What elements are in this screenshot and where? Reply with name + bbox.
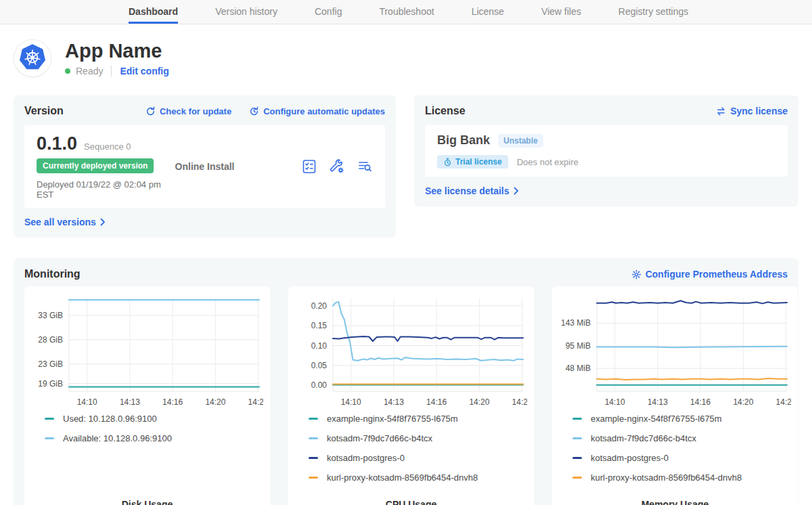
legend-item: example-nginx-54f8f76755-l675m <box>309 414 527 424</box>
chart-legend: Used: 10.128.0.96:9100Available: 10.128.… <box>45 414 263 443</box>
svg-text:33 GiB: 33 GiB <box>38 311 63 320</box>
svg-text:0.10: 0.10 <box>311 341 328 351</box>
legend-item: Available: 10.128.0.96:9100 <box>45 433 263 443</box>
svg-text:14:23: 14:23 <box>512 397 527 407</box>
chart-card-disk-usage: 19 GiB23 GiB28 GiB33 GiB14:1014:1314:161… <box>24 286 270 505</box>
sync-arrows-icon <box>716 106 726 116</box>
license-name: Big Bank <box>437 133 490 148</box>
app-status: Ready <box>76 66 103 76</box>
chevron-right-icon <box>514 187 519 195</box>
chart-card-memory-usage: 48 MiB95 MiB143 MiB14:1014:1314:1614:201… <box>552 286 798 505</box>
tab-view-files[interactable]: View files <box>541 0 581 24</box>
chart-legend: example-nginx-54f8f76755-l675mkotsadm-7f… <box>309 414 527 483</box>
charts-row: 19 GiB23 GiB28 GiB33 GiB14:1014:1314:161… <box>24 286 788 505</box>
svg-text:14:20: 14:20 <box>205 397 225 407</box>
svg-text:14:16: 14:16 <box>162 397 183 407</box>
see-license-details-link[interactable]: See license details <box>425 185 519 196</box>
legend-item: kurl-proxy-kotsadm-8569fb6454-dnvh8 <box>572 473 791 483</box>
svg-text:95 MiB: 95 MiB <box>566 341 591 351</box>
svg-text:48 MiB: 48 MiB <box>566 364 591 373</box>
monitoring-title: Monitoring <box>24 268 81 280</box>
legend-color-dash <box>309 418 318 420</box>
legend-color-dash <box>572 437 582 439</box>
svg-text:0.20: 0.20 <box>311 301 328 311</box>
gear-icon <box>631 269 641 280</box>
nav-tabs: DashboardVersion historyConfigTroublesho… <box>129 0 688 24</box>
legend-item: example-nginx-54f8f76755-l675m <box>572 414 791 424</box>
svg-text:14:23: 14:23 <box>776 397 791 407</box>
current-version-panel: 0.1.0 Sequence 0 Currently deployed vers… <box>24 125 385 208</box>
svg-text:14:20: 14:20 <box>733 397 753 407</box>
chart-card-cpu-usage: 0.000.050.100.150.2014:1014:1314:1614:20… <box>288 286 534 505</box>
legend-item: Used: 10.128.0.96:9100 <box>45 414 263 424</box>
svg-text:19 GiB: 19 GiB <box>38 379 63 389</box>
tab-config[interactable]: Config <box>315 0 342 24</box>
version-number: 0.1.0 <box>37 133 77 154</box>
chart-plot: 19 GiB23 GiB28 GiB33 GiB14:1014:1314:161… <box>31 293 263 410</box>
svg-text:0.00: 0.00 <box>311 380 328 390</box>
svg-text:143 MiB: 143 MiB <box>561 318 591 328</box>
legend-color-dash <box>572 457 582 459</box>
legend-label: Available: 10.128.0.96:9100 <box>63 433 172 443</box>
stopwatch-icon <box>443 158 452 167</box>
tab-dashboard[interactable]: Dashboard <box>129 0 178 24</box>
preflight-checks-icon[interactable] <box>301 158 317 175</box>
divider <box>111 66 112 76</box>
legend-color-dash <box>572 418 582 420</box>
license-panel: Big Bank Unstable Trial license Does not… <box>425 125 788 177</box>
deploy-logs-icon[interactable] <box>357 158 373 175</box>
check-for-update-link[interactable]: Check for update <box>145 106 231 116</box>
tab-troubleshoot[interactable]: Troubleshoot <box>379 0 434 24</box>
app-header: App Name Ready Edit config <box>14 32 812 85</box>
chart-plot: 48 MiB95 MiB143 MiB14:1014:1314:1614:201… <box>559 293 791 410</box>
tab-version-history[interactable]: Version history <box>215 0 277 24</box>
legend-color-dash <box>309 477 318 479</box>
svg-text:0.15: 0.15 <box>311 321 328 330</box>
legend-color-dash <box>572 477 582 479</box>
tab-license[interactable]: License <box>472 0 504 24</box>
legend-label: Used: 10.128.0.96:9100 <box>63 414 157 424</box>
edit-config-link[interactable]: Edit config <box>120 66 168 76</box>
svg-text:23 GiB: 23 GiB <box>38 359 63 369</box>
legend-label: kotsadm-7f9dc7d66c-b4tcx <box>327 433 432 443</box>
legend-color-dash <box>45 418 54 420</box>
legend-label: kurl-proxy-kotsadm-8569fb6454-dnvh8 <box>591 473 742 483</box>
configure-automatic-updates-link[interactable]: Configure automatic updates <box>249 106 385 116</box>
configure-prometheus-link[interactable]: Configure Prometheus Address <box>631 269 788 280</box>
legend-item: kotsadm-7f9dc7d66c-b4tcx <box>572 433 791 443</box>
legend-item: kotsadm-postgres-0 <box>572 453 791 463</box>
chart-title: Memory Usage <box>559 499 791 505</box>
chevron-right-icon <box>100 218 106 226</box>
legend-color-dash <box>45 437 54 439</box>
svg-text:14:16: 14:16 <box>426 397 447 407</box>
install-type-label: Online Install <box>175 161 235 172</box>
status-dot-icon <box>65 68 70 74</box>
legend-label: kotsadm-postgres-0 <box>327 453 405 463</box>
svg-text:14:23: 14:23 <box>248 397 263 407</box>
deployed-badge: Currently deployed version <box>37 158 154 173</box>
legend-label: example-nginx-54f8f76755-l675m <box>591 414 722 424</box>
svg-text:0.05: 0.05 <box>311 361 328 370</box>
monitoring-section: Monitoring Configure Prometheus Address … <box>14 258 798 505</box>
see-all-versions-link[interactable]: See all versions <box>24 217 106 227</box>
svg-text:14:10: 14:10 <box>77 397 97 407</box>
version-card-title: Version <box>24 105 64 117</box>
legend-label: example-nginx-54f8f76755-l675m <box>327 414 458 424</box>
sequence-label: Sequence 0 <box>84 141 131 152</box>
license-card: License Sync license Big Bank Unstable <box>414 95 798 206</box>
edit-config-wrench-icon[interactable] <box>329 158 345 175</box>
tab-registry-settings[interactable]: Registry settings <box>618 0 688 24</box>
sync-license-link[interactable]: Sync license <box>716 106 788 116</box>
legend-item: kotsadm-7f9dc7d66c-b4tcx <box>309 433 527 443</box>
license-card-title: License <box>425 105 466 117</box>
svg-text:14:20: 14:20 <box>469 397 489 407</box>
chart-plot: 0.000.050.100.150.2014:1014:1314:1614:20… <box>295 293 527 410</box>
svg-text:14:13: 14:13 <box>648 397 668 407</box>
legend-item: kurl-proxy-kotsadm-8569fb6454-dnvh8 <box>309 473 527 483</box>
svg-text:28 GiB: 28 GiB <box>38 335 63 345</box>
svg-text:14:10: 14:10 <box>341 397 361 407</box>
legend-item: kotsadm-postgres-0 <box>309 453 527 463</box>
chart-legend: example-nginx-54f8f76755-l675mkotsadm-7f… <box>572 414 791 483</box>
channel-badge: Unstable <box>498 134 543 148</box>
svg-text:14:13: 14:13 <box>384 397 404 407</box>
